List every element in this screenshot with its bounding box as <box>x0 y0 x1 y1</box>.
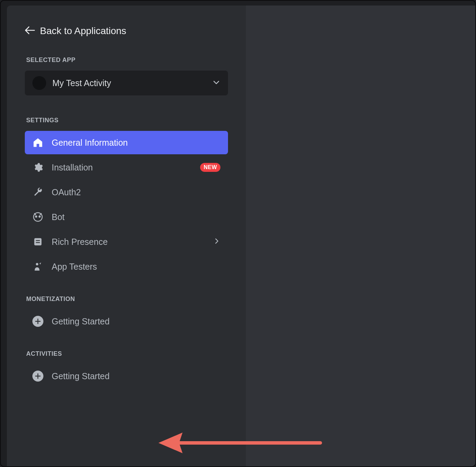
person-wave-icon <box>32 261 43 272</box>
nav-item-monetization-getting-started[interactable]: Getting Started <box>25 310 228 333</box>
nav-label: Rich Presence <box>52 237 205 247</box>
svg-rect-5 <box>36 242 40 243</box>
bot-icon <box>32 211 43 222</box>
back-link-label: Back to Applications <box>40 25 126 37</box>
nav-label: Getting Started <box>52 371 220 381</box>
nav-item-rich-presence[interactable]: Rich Presence <box>25 230 228 253</box>
main-content-area <box>246 6 475 466</box>
svg-rect-3 <box>34 238 42 246</box>
document-icon <box>32 236 43 247</box>
monetization-nav-list: Getting Started <box>25 310 228 333</box>
nav-label: OAuth2 <box>52 187 220 197</box>
nav-label: Bot <box>52 212 220 222</box>
gear-icon <box>32 162 43 173</box>
svg-point-2 <box>39 216 40 217</box>
sidebar: Back to Applications SELECTED APP My Tes… <box>7 6 246 466</box>
nav-label: Installation <box>52 163 192 173</box>
app-selector-dropdown[interactable]: My Test Activity <box>25 71 228 95</box>
activities-nav-list: Getting Started <box>25 364 228 388</box>
plus-circle-icon <box>32 371 43 382</box>
home-icon <box>32 137 43 148</box>
new-badge: NEW <box>200 163 220 172</box>
settings-nav-list: General Information Installation NEW OAu <box>25 131 228 278</box>
svg-point-6 <box>36 263 38 266</box>
nav-item-activities-getting-started[interactable]: Getting Started <box>25 364 228 388</box>
back-to-applications-link[interactable]: Back to Applications <box>25 25 228 37</box>
chevron-right-icon <box>213 237 220 246</box>
chevron-down-icon <box>212 78 220 88</box>
svg-point-1 <box>35 216 37 217</box>
svg-rect-4 <box>36 240 40 241</box>
nav-item-general-information[interactable]: General Information <box>25 131 228 154</box>
nav-label: App Testers <box>52 262 220 272</box>
svg-marker-8 <box>158 433 183 453</box>
nav-item-installation[interactable]: Installation NEW <box>25 156 228 179</box>
monetization-header: MONETIZATION <box>25 295 228 303</box>
plus-circle-icon <box>32 316 43 327</box>
nav-item-app-testers[interactable]: App Testers <box>25 255 228 278</box>
nav-label: General Information <box>52 138 220 148</box>
wrench-icon <box>32 187 43 198</box>
app-name-label: My Test Activity <box>52 78 206 88</box>
arrow-left-icon <box>25 26 35 36</box>
activities-header: ACTIVITIES <box>25 350 228 357</box>
settings-header: SETTINGS <box>25 117 228 124</box>
selected-app-header: SELECTED APP <box>25 56 228 64</box>
nav-label: Getting Started <box>52 316 220 326</box>
nav-item-oauth2[interactable]: OAuth2 <box>25 180 228 204</box>
app-avatar <box>32 76 46 90</box>
nav-item-bot[interactable]: Bot <box>25 205 228 229</box>
